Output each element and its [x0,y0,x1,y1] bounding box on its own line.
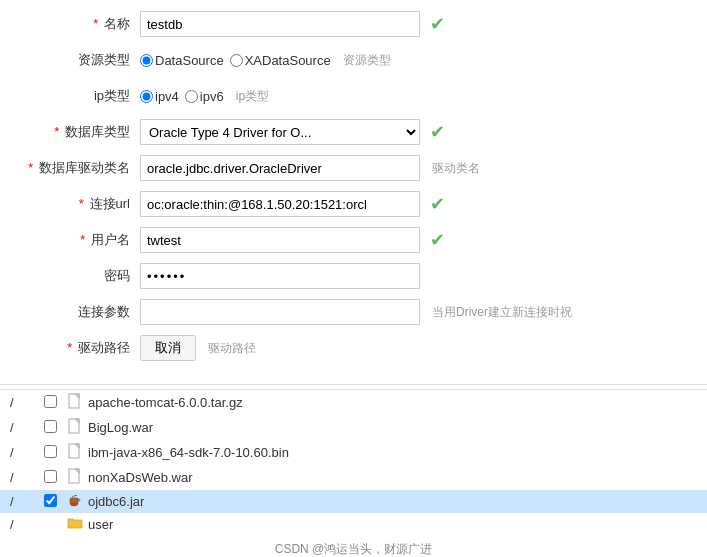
db-type-row: * 数据库类型 Oracle Type 4 Driver for O... ✔ [20,118,687,146]
source-type-row: 资源类型 DataSource XADataSource 资源类型 [20,46,687,74]
file-type-icon-1 [66,418,84,437]
conn-url-check-icon: ✔ [430,193,445,215]
file-name-2: ibm-java-x86_64-sdk-7.0-10.60.bin [88,445,697,460]
name-row: * 名称 ✔ [20,10,687,38]
name-check-icon: ✔ [430,13,445,35]
footer-watermark: CSDN @鸿运当头，财源广进 [0,535,707,557]
password-input[interactable] [140,263,420,289]
conn-url-row: * 连接url ✔ [20,190,687,218]
required-star-dbtype: * [54,124,59,139]
required-star-url: * [79,196,84,211]
conn-params-input[interactable] [140,299,420,325]
ipv6-radio[interactable] [185,90,198,103]
db-driver-hint: 驱动类名 [432,160,480,177]
list-item: / ibm-java-x86_64-sdk-7.0-10.60.bin [0,440,707,465]
form-section: * 名称 ✔ 资源类型 DataSource XADataSource 资源类型 [0,0,707,380]
checkbox-cell-1 [44,420,62,436]
ipv6-radio-label[interactable]: ipv6 [185,89,224,104]
file-path-5: / [10,517,40,532]
checkbox-cell-4 [44,494,62,510]
file-name-5: user [88,517,697,532]
db-type-check-icon: ✔ [430,121,445,143]
file-list: / apache-tomcat-6.0.0.tar.gz / BigLog. [0,390,707,535]
source-type-radio-group: DataSource XADataSource [140,53,331,68]
list-item: / user [0,513,707,535]
password-row: 密码 [20,262,687,290]
username-label: * 用户名 [20,231,140,249]
db-driver-input[interactable] [140,155,420,181]
list-item: / nonXaDsWeb.war [0,465,707,490]
file-type-icon-0 [66,393,84,412]
datasource-radio[interactable] [140,54,153,67]
required-star-driverpath: * [67,340,72,355]
db-type-select-wrapper: Oracle Type 4 Driver for O... [140,119,420,145]
file-type-icon-2 [66,443,84,462]
file-checkbox-3[interactable] [44,470,57,483]
ip-type-hint: ip类型 [236,88,269,105]
name-label: * 名称 [20,15,140,33]
file-name-0: apache-tomcat-6.0.0.tar.gz [88,395,697,410]
folder-icon [66,516,84,532]
username-check-icon: ✔ [430,229,445,251]
file-checkbox-4[interactable] [44,494,57,507]
watermark-text: CSDN @鸿运当头，财源广进 [275,542,433,556]
username-row: * 用户名 ✔ [20,226,687,254]
file-type-icon-4 [66,493,84,510]
driver-path-label: * 驱动路径 [20,339,140,357]
db-driver-label: * 数据库驱动类名 [20,159,140,177]
file-name-1: BigLog.war [88,420,697,435]
checkbox-cell-2 [44,445,62,461]
password-label: 密码 [20,267,140,285]
xadatasource-radio-label[interactable]: XADataSource [230,53,331,68]
list-item: / apache-tomcat-6.0.0.tar.gz [0,390,707,415]
source-type-hint: 资源类型 [343,52,391,69]
list-item: / ojdbc6.jar [0,490,707,513]
file-name-4: ojdbc6.jar [88,494,697,509]
file-path-0: / [10,395,40,410]
file-browser: / apache-tomcat-6.0.0.tar.gz / BigLog. [0,389,707,535]
conn-url-input[interactable] [140,191,420,217]
file-path-1: / [10,420,40,435]
conn-params-hint: 当用Driver建立新连接时祝 [432,304,572,321]
section-divider [0,384,707,385]
file-checkbox-1[interactable] [44,420,57,433]
xadatasource-radio[interactable] [230,54,243,67]
db-driver-row: * 数据库驱动类名 驱动类名 [20,154,687,182]
conn-params-label: 连接参数 [20,303,140,321]
required-star-username: * [80,232,85,247]
datasource-radio-label[interactable]: DataSource [140,53,224,68]
checkbox-cell-0 [44,395,62,411]
ip-type-radio-group: ipv4 ipv6 [140,89,224,104]
db-type-label: * 数据库类型 [20,123,140,141]
file-checkbox-2[interactable] [44,445,57,458]
checkbox-cell-3 [44,470,62,486]
name-input[interactable] [140,11,420,37]
required-star-name: * [93,16,98,31]
file-path-3: / [10,470,40,485]
ipv4-radio[interactable] [140,90,153,103]
ipv4-radio-label[interactable]: ipv4 [140,89,179,104]
file-path-2: / [10,445,40,460]
file-checkbox-0[interactable] [44,395,57,408]
file-path-4: / [10,494,40,509]
required-star-driver: * [28,160,33,175]
main-container: * 名称 ✔ 资源类型 DataSource XADataSource 资源类型 [0,0,707,557]
ip-type-label: ip类型 [20,87,140,105]
ip-type-row: ip类型 ipv4 ipv6 ip类型 [20,82,687,110]
list-item: / BigLog.war [0,415,707,440]
cancel-button[interactable]: 取消 [140,335,196,361]
file-type-icon-3 [66,468,84,487]
conn-params-row: 连接参数 当用Driver建立新连接时祝 [20,298,687,326]
driver-path-hint: 驱动路径 [208,340,256,357]
file-name-3: nonXaDsWeb.war [88,470,697,485]
db-type-select[interactable]: Oracle Type 4 Driver for O... [140,119,420,145]
conn-url-label: * 连接url [20,195,140,213]
username-input[interactable] [140,227,420,253]
source-type-label: 资源类型 [20,51,140,69]
driver-path-row: * 驱动路径 取消 驱动路径 [20,334,687,362]
